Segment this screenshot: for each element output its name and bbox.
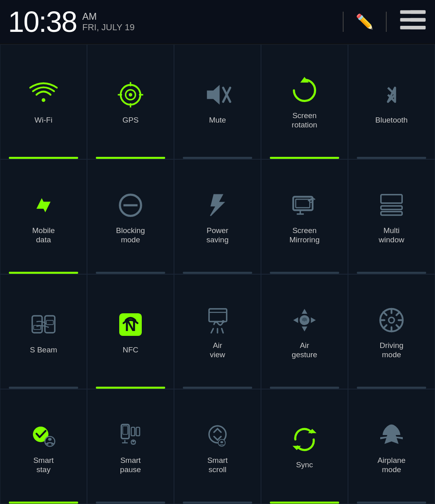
tile-blocking-mode[interactable]: Blockingmode	[87, 159, 174, 274]
svg-line-48	[305, 321, 306, 323]
time-display: 10:38	[8, 5, 77, 38]
power-saving-icon	[201, 189, 234, 221]
svg-point-51	[389, 317, 394, 323]
air-gesture-label: Airgesture	[292, 341, 317, 360]
svg-line-47	[303, 321, 304, 323]
smart-stay-icon	[27, 419, 60, 451]
svg-rect-3	[410, 10, 426, 14]
air-view-label: Airview	[210, 341, 225, 360]
tile-power-saving[interactable]: Powersaving	[174, 159, 261, 274]
svg-point-38	[222, 320, 225, 323]
divider-left	[343, 12, 344, 32]
bluetooth-label: Bluetooth	[375, 116, 408, 125]
s-beam-indicator	[9, 387, 78, 389]
gps-icon	[114, 79, 147, 111]
svg-point-6	[42, 98, 46, 102]
tile-gps[interactable]: GPS	[87, 44, 174, 159]
tile-wifi[interactable]: Wi-Fi	[0, 44, 87, 159]
svg-marker-42	[302, 309, 307, 314]
rotation-label: Screenrotation	[292, 111, 317, 130]
nfc-icon: N	[114, 308, 147, 341]
tile-screen-rotation[interactable]: Screenrotation	[261, 44, 348, 159]
nfc-label: NFC	[122, 346, 138, 355]
svg-rect-28	[381, 206, 402, 209]
date: FRI, JULY 19	[82, 22, 135, 33]
tile-nfc[interactable]: N NFC	[87, 274, 174, 389]
ampm-date: AM FRI, JULY 19	[82, 11, 135, 33]
edit-icon[interactable]: ✏️	[356, 13, 374, 30]
tile-sync[interactable]: Sync	[261, 389, 348, 504]
svg-rect-30	[32, 316, 42, 333]
tile-multi-window[interactable]: Multiwindow	[348, 159, 435, 274]
smart-scroll-icon	[201, 419, 234, 451]
tile-smart-stay[interactable]: Smartstay	[0, 389, 87, 504]
svg-rect-33	[46, 321, 54, 325]
multi-window-icon	[375, 189, 408, 221]
svg-point-54	[48, 438, 52, 441]
driving-icon	[375, 304, 408, 336]
smart-pause-icon	[114, 419, 147, 451]
power-saving-indicator	[183, 272, 252, 274]
smart-scroll-indicator	[183, 502, 252, 504]
screen-mirroring-label: ScreenMirroring	[290, 226, 320, 245]
svg-rect-61	[131, 427, 135, 435]
tile-air-gesture[interactable]: Airgesture	[261, 274, 348, 389]
header-icons: ✏️	[339, 6, 427, 38]
wifi-icon	[27, 79, 60, 111]
tile-mute[interactable]: Mute	[174, 44, 261, 159]
multi-window-label: Multiwindow	[379, 226, 404, 245]
svg-line-41	[222, 329, 224, 333]
svg-marker-44	[293, 317, 298, 323]
s-beam-label: S Beam	[30, 346, 57, 355]
rotation-indicator	[270, 157, 339, 159]
svg-rect-4	[410, 18, 426, 21]
screen-mirroring-indicator	[270, 272, 339, 274]
driving-label: Drivingmode	[379, 341, 403, 360]
mute-indicator	[183, 157, 252, 159]
s-beam-icon	[27, 308, 60, 341]
svg-line-39	[211, 329, 213, 333]
svg-point-68	[220, 441, 223, 443]
menu-icon[interactable]	[399, 6, 427, 38]
mute-icon	[201, 79, 234, 111]
tile-s-beam[interactable]: S Beam	[0, 274, 87, 389]
svg-point-56	[51, 444, 53, 445]
svg-point-9	[129, 93, 133, 97]
smart-stay-label: Smartstay	[33, 456, 54, 475]
airplane-icon	[375, 419, 408, 451]
status-bar: 10:38 AM FRI, JULY 19 ✏️	[0, 0, 435, 44]
driving-indicator	[357, 387, 426, 389]
tile-screen-mirroring[interactable]: ScreenMirroring	[261, 159, 348, 274]
blocking-icon	[114, 189, 147, 221]
svg-rect-36	[209, 309, 227, 322]
tile-bluetooth[interactable]: Bluetooth	[348, 44, 435, 159]
blocking-label: Blockingmode	[116, 226, 145, 245]
svg-point-55	[47, 444, 49, 445]
tile-smart-pause[interactable]: Smartpause	[87, 389, 174, 504]
power-saving-label: Powersaving	[207, 226, 229, 245]
svg-point-64	[132, 440, 134, 442]
mobile-data-icon	[27, 189, 60, 221]
tile-smart-scroll[interactable]: Smartscroll	[174, 389, 261, 504]
ampm: AM	[82, 11, 135, 22]
svg-marker-43	[302, 326, 307, 331]
mute-label: Mute	[209, 116, 226, 125]
air-view-indicator	[183, 387, 252, 389]
divider-right	[386, 12, 387, 32]
tile-driving-mode[interactable]: Drivingmode	[348, 274, 435, 389]
tile-airplane-mode[interactable]: Airplanemode	[348, 389, 435, 504]
tile-mobile-data[interactable]: Mobiledata	[0, 159, 87, 274]
gps-indicator	[96, 157, 165, 159]
air-gesture-indicator	[270, 387, 339, 389]
rotation-icon	[288, 74, 321, 106]
gps-label: GPS	[122, 116, 139, 125]
smart-pause-indicator	[96, 502, 165, 504]
svg-marker-14	[207, 85, 220, 105]
svg-rect-62	[136, 427, 140, 435]
tile-air-view[interactable]: Airview	[174, 274, 261, 389]
bluetooth-indicator	[357, 157, 426, 159]
air-view-icon	[201, 304, 234, 336]
svg-marker-45	[311, 317, 316, 323]
nfc-indicator	[96, 387, 165, 389]
multi-window-indicator	[357, 272, 426, 274]
